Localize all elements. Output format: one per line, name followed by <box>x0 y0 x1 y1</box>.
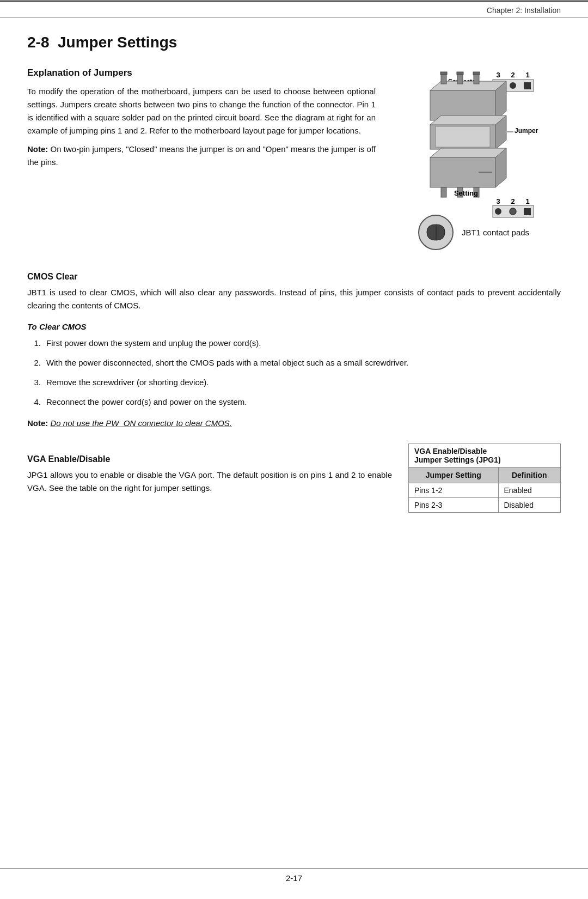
right-column: 3 2 1 Connector Pins <box>387 68 561 256</box>
svg-marker-20 <box>430 116 506 125</box>
cmos-body: JBT1 is used to clear CMOS, which will a… <box>27 286 561 312</box>
step-text: With the power disconnected, short the C… <box>46 356 408 369</box>
page-footer: 2-17 <box>0 868 588 883</box>
table-title1: VGA Enable/Disable <box>414 447 555 455</box>
svg-text:1: 1 <box>525 71 529 79</box>
definition-1: Enabled <box>498 483 561 498</box>
table-title2: Jumper Settings (JPG1) <box>414 455 555 464</box>
col-header-definition: Definition <box>498 467 561 483</box>
list-item: 3. Remove the screwdriver (or shorting d… <box>27 376 561 389</box>
note-italic-text: Do not use the PW_ON connector to clear … <box>51 418 232 428</box>
step-text: Remove the screwdriver (or shorting devi… <box>46 376 209 389</box>
chapter-header: Chapter 2: Installation <box>0 2 588 17</box>
list-item: 2. With the power disconnected, short th… <box>27 356 561 369</box>
note-body: On two-pin jumpers, "Closed" means the j… <box>27 144 376 167</box>
step-text: Reconnect the power cord(s) and power on… <box>46 396 247 409</box>
note-bold-label: Note: <box>27 144 48 154</box>
svg-point-37 <box>495 208 501 215</box>
svg-text:2: 2 <box>511 71 514 79</box>
explanation-subtitle: Explanation of Jumpers <box>27 68 376 78</box>
cmos-note: Note: Do not use the PW_ON connector to … <box>27 417 561 430</box>
vga-left: VGA Enable/Disable JPG1 allows you to en… <box>27 444 392 513</box>
jumper-diagram: 3 2 1 Connector Pins <box>397 68 550 220</box>
svg-point-5 <box>510 82 516 89</box>
svg-rect-22 <box>436 126 490 147</box>
svg-rect-6 <box>524 82 531 89</box>
vga-heading: VGA Enable/Disable <box>27 454 392 464</box>
step-text: First power down the system and unplug t… <box>46 337 261 350</box>
svg-text:2: 2 <box>511 197 514 205</box>
vga-body: JPG1 allows you to enable or disable the… <box>27 469 392 495</box>
svg-text:3: 3 <box>496 71 500 79</box>
cmos-steps-list: 1. First power down the system and unplu… <box>27 337 561 409</box>
left-column: Explanation of Jumpers To modify the ope… <box>27 68 376 256</box>
svg-rect-17 <box>457 72 463 75</box>
chapter-title: Chapter 2: Installation <box>487 6 561 15</box>
content-area: 2-8 Jumper Settings Explanation of Jumpe… <box>0 17 588 529</box>
page-number: 2-17 <box>286 873 302 883</box>
jumper-setting-2: Pins 2-3 <box>409 498 499 513</box>
table-row: Pins 2-3 Disabled <box>409 498 561 513</box>
svg-rect-39 <box>524 208 531 215</box>
step-number: 2. <box>27 356 41 369</box>
table-title-cell: VGA Enable/Disable Jumper Settings (JPG1… <box>409 444 561 467</box>
cmos-section: CMOS Clear JBT1 is used to clear CMOS, w… <box>27 272 561 430</box>
step-number: 1. <box>27 337 41 350</box>
svg-rect-18 <box>473 72 480 75</box>
page-wrapper: Chapter 2: Installation 2-8 Jumper Setti… <box>0 0 588 899</box>
col-header-setting: Jumper Setting <box>409 467 499 483</box>
svg-text:3: 3 <box>496 197 500 205</box>
vga-section: VGA Enable/Disable JPG1 allows you to en… <box>27 444 561 513</box>
svg-marker-26 <box>430 148 506 157</box>
svg-rect-16 <box>440 72 447 75</box>
jumper-diagram-svg: 3 2 1 Connector Pins <box>397 68 550 220</box>
section-title: 2-8 Jumper Settings <box>27 34 561 51</box>
definition-2: Disabled <box>498 498 561 513</box>
to-clear-heading: To Clear CMOS <box>27 322 561 331</box>
vga-right: VGA Enable/Disable Jumper Settings (JPG1… <box>408 444 561 513</box>
svg-text:Jumper: Jumper <box>514 127 538 135</box>
list-item: 4. Reconnect the power cord(s) and power… <box>27 396 561 409</box>
explanation-note: Note: On two-pin jumpers, "Closed" means… <box>27 143 376 169</box>
jbt1-label: JBT1 contact pads <box>462 228 529 237</box>
explanation-body: To modify the operation of the motherboa… <box>27 85 376 137</box>
section-name: Jumper Settings <box>58 34 177 51</box>
cmos-heading: CMOS Clear <box>27 272 561 282</box>
vga-table: VGA Enable/Disable Jumper Settings (JPG1… <box>408 444 561 513</box>
svg-point-38 <box>510 208 516 215</box>
svg-rect-28 <box>441 187 446 197</box>
svg-text:1: 1 <box>525 197 529 205</box>
note-bold: Note: <box>27 418 48 428</box>
table-row: Pins 1-2 Enabled <box>409 483 561 498</box>
svg-text:Setting: Setting <box>454 189 478 197</box>
list-item: 1. First power down the system and unplu… <box>27 337 561 350</box>
step-number: 3. <box>27 376 41 389</box>
section-number: 2-8 <box>27 34 49 51</box>
step-number: 4. <box>27 396 41 409</box>
jumper-setting-1: Pins 1-2 <box>409 483 499 498</box>
intro-section: Explanation of Jumpers To modify the ope… <box>27 68 561 256</box>
contact-pads-svg <box>424 220 448 245</box>
